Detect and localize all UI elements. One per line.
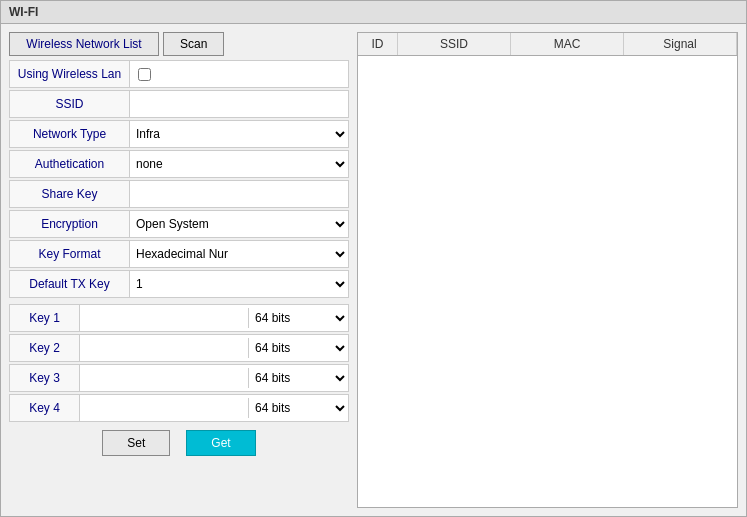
key4-input[interactable] <box>80 399 248 417</box>
key3-row: Key 3 64 bits 128 bits <box>9 364 349 392</box>
col-signal: Signal <box>624 33 737 55</box>
key-format-row: Key Format Hexadecimal Nur ASCII <box>9 240 349 268</box>
using-wireless-label: Using Wireless Lan <box>10 61 130 87</box>
using-wireless-checkbox[interactable] <box>138 68 151 81</box>
left-panel: Wireless Network List Scan Using Wireles… <box>9 32 349 508</box>
encryption-row: Encryption Open System Shared Key WPA WP… <box>9 210 349 238</box>
table-body <box>358 56 737 507</box>
network-table: ID SSID MAC Signal <box>357 32 738 508</box>
wifi-window: WI-FI Wireless Network List Scan Using W… <box>0 0 747 517</box>
key2-input[interactable] <box>80 339 248 357</box>
key4-bits-select[interactable]: 64 bits 128 bits <box>248 398 348 418</box>
network-type-label: Network Type <box>10 121 130 147</box>
authentication-row: Authetication none WPA-PSK WPA2-PSK <box>9 150 349 178</box>
key-format-label: Key Format <box>10 241 130 267</box>
key-format-select[interactable]: Hexadecimal Nur ASCII <box>130 244 348 264</box>
using-wireless-checkbox-area <box>130 68 348 81</box>
key1-bits-select[interactable]: 64 bits 128 bits <box>248 308 348 328</box>
authentication-label: Authetication <box>10 151 130 177</box>
key4-label: Key 4 <box>10 395 80 421</box>
key3-input[interactable] <box>80 369 248 387</box>
key1-input[interactable] <box>80 309 248 327</box>
get-button[interactable]: Get <box>186 430 255 456</box>
col-id: ID <box>358 33 398 55</box>
default-tx-key-select[interactable]: 1 2 3 4 <box>130 274 348 294</box>
ssid-row: SSID <box>9 90 349 118</box>
encryption-label: Encryption <box>10 211 130 237</box>
col-ssid: SSID <box>398 33 511 55</box>
using-wireless-row: Using Wireless Lan <box>9 60 349 88</box>
ssid-label: SSID <box>10 91 130 117</box>
key2-row: Key 2 64 bits 128 bits <box>9 334 349 362</box>
scan-button[interactable]: Scan <box>163 32 224 56</box>
key2-label: Key 2 <box>10 335 80 361</box>
share-key-label: Share Key <box>10 181 130 207</box>
title-bar: WI-FI <box>1 1 746 24</box>
network-type-select[interactable]: Infra Ad-Hoc <box>130 124 348 144</box>
set-button[interactable]: Set <box>102 430 170 456</box>
default-tx-key-label: Default TX Key <box>10 271 130 297</box>
network-type-row: Network Type Infra Ad-Hoc <box>9 120 349 148</box>
authentication-select[interactable]: none WPA-PSK WPA2-PSK <box>130 154 348 174</box>
encryption-select[interactable]: Open System Shared Key WPA WPA2 <box>130 214 348 234</box>
key3-label: Key 3 <box>10 365 80 391</box>
table-header: ID SSID MAC Signal <box>358 33 737 56</box>
ssid-input[interactable] <box>130 95 348 113</box>
key3-bits-select[interactable]: 64 bits 128 bits <box>248 368 348 388</box>
share-key-row: Share Key <box>9 180 349 208</box>
wireless-network-list-button[interactable]: Wireless Network List <box>9 32 159 56</box>
key1-row: Key 1 64 bits 128 bits <box>9 304 349 332</box>
share-key-input[interactable] <box>130 185 348 203</box>
bottom-buttons: Set Get <box>9 422 349 464</box>
top-buttons: Wireless Network List Scan <box>9 32 349 56</box>
key-section: Key 1 64 bits 128 bits Key 2 64 bits 128… <box>9 304 349 422</box>
default-tx-key-row: Default TX Key 1 2 3 4 <box>9 270 349 298</box>
key2-bits-select[interactable]: 64 bits 128 bits <box>248 338 348 358</box>
key1-label: Key 1 <box>10 305 80 331</box>
window-title: WI-FI <box>9 5 38 19</box>
key4-row: Key 4 64 bits 128 bits <box>9 394 349 422</box>
col-mac: MAC <box>511 33 624 55</box>
